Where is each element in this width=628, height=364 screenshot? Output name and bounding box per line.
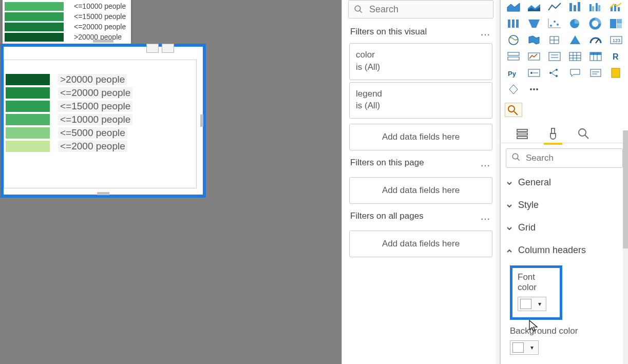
- legend-row[interactable]: <=10000 people: [6, 113, 196, 126]
- svg-rect-55: [591, 69, 601, 76]
- funnel-chart-icon[interactable]: [525, 16, 543, 31]
- r-visual-icon[interactable]: R: [607, 49, 625, 64]
- filters-search-input[interactable]: [368, 4, 488, 15]
- focus-mode-icon[interactable]: [146, 44, 159, 53]
- svg-rect-36: [569, 52, 581, 61]
- background-color-label: Background color: [510, 326, 628, 336]
- filters-scrollbar[interactable]: [496, 0, 500, 364]
- visual-body: >20000 people <=20000 people <=15000 peo…: [4, 60, 197, 188]
- legend-row[interactable]: <=15000 people: [6, 100, 196, 113]
- stacked-area-chart-icon[interactable]: [525, 0, 543, 14]
- ellipsis-icon[interactable]: …: [480, 157, 491, 169]
- fields-tab-icon[interactable]: [514, 125, 530, 143]
- accordion-grid[interactable]: Grid: [501, 216, 628, 239]
- svg-rect-58: [612, 68, 620, 78]
- svg-rect-2: [569, 3, 572, 11]
- resize-handle-bottom[interactable]: [97, 192, 109, 195]
- background-color-picker[interactable]: ▾: [510, 340, 539, 355]
- gauge-icon[interactable]: [587, 33, 604, 47]
- svg-line-69: [585, 135, 588, 139]
- analytics-tab-icon[interactable]: [576, 125, 592, 143]
- color-swatch: [520, 299, 531, 309]
- dropdown-arrow-icon[interactable]: ▾: [534, 300, 546, 308]
- treemap-icon[interactable]: [607, 16, 625, 31]
- qa-visual-icon[interactable]: [566, 66, 584, 80]
- format-search[interactable]: [506, 148, 623, 168]
- svg-point-60: [533, 88, 535, 90]
- stacked-bar-chart-icon[interactable]: [566, 0, 584, 14]
- paginated-report-icon[interactable]: [607, 66, 625, 80]
- filter-card-color[interactable]: color is (All): [349, 43, 492, 80]
- format-tab-icon[interactable]: [545, 125, 561, 143]
- dropdown-arrow-icon[interactable]: ▾: [526, 344, 538, 351]
- scrollbar-thumb[interactable]: [623, 130, 628, 248]
- chevron-down-icon: [506, 224, 513, 231]
- line-chart-icon[interactable]: [546, 0, 563, 14]
- key-influencers-icon[interactable]: [525, 66, 543, 80]
- selected-visual[interactable]: >20000 people <=20000 people <=15000 peo…: [1, 44, 206, 198]
- card-icon[interactable]: 123: [607, 33, 625, 47]
- slicer-icon[interactable]: [546, 49, 563, 64]
- table-icon[interactable]: [566, 49, 584, 64]
- filter-card-legend[interactable]: legend is (All): [349, 82, 492, 119]
- search-icon: [354, 5, 363, 14]
- multirow-card-icon[interactable]: [505, 49, 522, 64]
- python-visual-icon[interactable]: Py: [505, 66, 522, 80]
- filters-page-header: Filters on this page …: [342, 154, 500, 172]
- filters-search[interactable]: [348, 0, 493, 18]
- font-color-label: Font color: [518, 272, 555, 293]
- clustered-bar-chart-icon[interactable]: [587, 0, 604, 14]
- chevron-down-icon: [506, 179, 513, 186]
- legend-row[interactable]: <=20000 people: [6, 86, 196, 100]
- svg-rect-3: [574, 5, 576, 11]
- area-chart-icon[interactable]: [505, 0, 522, 14]
- ribbon-chart-icon[interactable]: [505, 16, 522, 31]
- selected-visual-type-icon[interactable]: [505, 103, 522, 117]
- svg-rect-23: [610, 19, 616, 28]
- font-color-picker[interactable]: ▾: [518, 297, 546, 311]
- format-scrollbar[interactable]: [623, 130, 628, 364]
- filters-allpages-header: Filters on all pages …: [342, 207, 500, 225]
- decomposition-tree-icon[interactable]: [546, 66, 563, 80]
- accordion-style[interactable]: Style: [501, 194, 628, 216]
- powerapps-icon[interactable]: [505, 82, 522, 97]
- svg-rect-13: [512, 20, 515, 28]
- svg-rect-64: [517, 129, 527, 131]
- svg-rect-67: [551, 128, 555, 133]
- ellipsis-icon[interactable]: [525, 82, 543, 97]
- resize-handle-right[interactable]: [200, 114, 203, 127]
- accordion-column-headers[interactable]: Column headers: [501, 239, 628, 261]
- svg-rect-11: [618, 7, 620, 11]
- svg-point-16: [550, 25, 552, 27]
- report-canvas[interactable]: <=10000 people <=15000 people <=20000 pe…: [0, 0, 341, 364]
- legend-row[interactable]: <=2000 people: [6, 140, 196, 153]
- map-icon[interactable]: [505, 33, 522, 47]
- filled-map-icon[interactable]: [525, 33, 543, 47]
- combo-chart-icon[interactable]: [607, 0, 625, 14]
- add-data-fields-page[interactable]: Add data fields here: [349, 177, 492, 204]
- scatter-chart-icon[interactable]: [546, 16, 563, 31]
- background-color-group: Background color ▾: [501, 320, 628, 355]
- accordion-general[interactable]: General: [501, 171, 628, 194]
- column-headers-group: Font color ▾: [501, 261, 628, 320]
- add-data-fields-visual[interactable]: Add data fields here: [349, 124, 492, 150]
- kpi-icon[interactable]: [525, 49, 543, 64]
- donut-chart-icon[interactable]: [587, 16, 604, 31]
- svg-point-70: [512, 154, 518, 159]
- legend-row[interactable]: >20000 people: [6, 73, 196, 86]
- format-search-input[interactable]: [525, 152, 617, 164]
- matrix-icon[interactable]: [587, 49, 604, 64]
- ellipsis-icon[interactable]: …: [480, 26, 491, 38]
- svg-point-18: [557, 24, 559, 26]
- smart-narrative-icon[interactable]: [587, 66, 604, 80]
- azure-map-icon[interactable]: [566, 33, 584, 47]
- svg-point-0: [355, 6, 360, 11]
- shape-map-icon[interactable]: [546, 33, 563, 47]
- add-data-fields-allpages[interactable]: Add data fields here: [349, 231, 492, 257]
- legend-row[interactable]: <=5000 people: [6, 126, 196, 140]
- pie-chart-icon[interactable]: [566, 16, 584, 31]
- chevron-up-icon: [506, 246, 513, 254]
- ellipsis-icon[interactable]: …: [480, 210, 491, 222]
- pane-tabs: [501, 124, 628, 143]
- more-options-icon[interactable]: [162, 44, 174, 53]
